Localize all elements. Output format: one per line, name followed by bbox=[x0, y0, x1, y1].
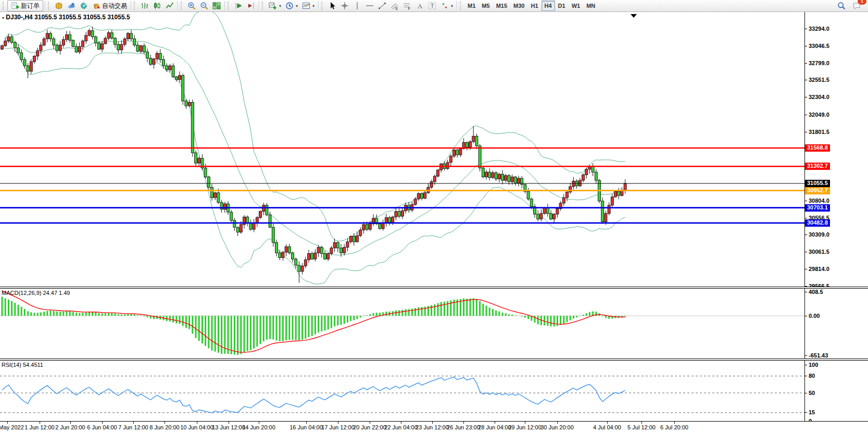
search-button[interactable] bbox=[835, 0, 848, 11]
svg-text:A: A bbox=[418, 2, 423, 10]
candle-body bbox=[340, 248, 343, 253]
indicator-tick-label: -651.43 bbox=[809, 352, 828, 359]
candle-body bbox=[330, 248, 333, 254]
hline-icon bbox=[366, 2, 374, 10]
community-button[interactable] bbox=[65, 0, 78, 11]
candle-body bbox=[249, 223, 252, 229]
horizontal-line-button[interactable] bbox=[363, 0, 376, 11]
bar-chart-button[interactable] bbox=[139, 0, 151, 11]
trendline-button[interactable] bbox=[376, 0, 388, 11]
fiboF-icon: F bbox=[403, 2, 411, 10]
time-tick-mark bbox=[495, 422, 495, 424]
candle-body bbox=[359, 230, 362, 236]
timeframe-M30-button[interactable]: M30 bbox=[510, 1, 527, 11]
main-price-pane[interactable] bbox=[0, 12, 804, 287]
toolbar-grip[interactable] bbox=[228, 2, 230, 10]
dropdown-caret-icon[interactable]: ▾ bbox=[451, 4, 453, 8]
new-order-button[interactable]: 新订单 bbox=[7, 0, 43, 11]
timeframe-M1-button[interactable]: M1 bbox=[464, 1, 479, 11]
notifications-button[interactable]: 1 bbox=[851, 0, 863, 11]
text-button[interactable]: A bbox=[413, 0, 426, 11]
candlestick-chart-button[interactable] bbox=[151, 0, 163, 11]
zoom-in-button[interactable] bbox=[185, 0, 198, 11]
market-button[interactable] bbox=[53, 0, 65, 11]
candle-body bbox=[23, 59, 26, 66]
toolbar-grip[interactable] bbox=[3, 2, 5, 10]
arrows-button[interactable]: ▾ bbox=[438, 0, 455, 11]
candle-body bbox=[578, 180, 581, 186]
candle-body bbox=[69, 35, 71, 41]
gold-book-icon bbox=[55, 2, 63, 10]
candle-body bbox=[295, 259, 297, 265]
candle-body bbox=[492, 173, 494, 178]
toolbar-grip[interactable] bbox=[48, 2, 51, 10]
timeframe-H1-button[interactable]: H1 bbox=[527, 1, 541, 11]
templates-button[interactable]: ▾ bbox=[300, 0, 317, 11]
timeframe-M15-button[interactable]: M15 bbox=[493, 1, 510, 11]
dropdown-caret-icon[interactable]: ▾ bbox=[296, 4, 298, 8]
candle-body bbox=[49, 33, 52, 39]
candle-body bbox=[279, 253, 281, 257]
dropdown-caret-icon[interactable]: ▾ bbox=[279, 4, 281, 8]
candle-body bbox=[101, 44, 104, 50]
zoom-out-button[interactable] bbox=[198, 0, 210, 11]
candle-body bbox=[311, 254, 313, 260]
time-tick-mark bbox=[338, 422, 338, 424]
candle-body bbox=[472, 136, 475, 142]
toolbar-grip[interactable] bbox=[134, 2, 136, 10]
time-tick-mark bbox=[133, 422, 134, 424]
candle-body bbox=[62, 40, 65, 45]
price-tick-label: 29814.0 bbox=[809, 266, 829, 272]
candle-body bbox=[259, 212, 262, 218]
candle-body bbox=[198, 158, 200, 163]
tile-windows-button[interactable] bbox=[210, 0, 223, 11]
macd-pane[interactable] bbox=[0, 289, 804, 359]
crosshair-button[interactable] bbox=[338, 0, 351, 11]
profiles-button[interactable]: ▾ bbox=[283, 0, 300, 11]
price-tick-mark bbox=[805, 132, 807, 132]
fibonacci-button[interactable]: F bbox=[401, 0, 413, 11]
candle-body bbox=[214, 193, 217, 198]
timeframe-H4-button[interactable]: H4 bbox=[542, 1, 555, 11]
time-axis[interactable]: 31 May 20221 Jun 12:002 Jun 20:006 Jun 0… bbox=[0, 421, 868, 432]
equidistant-channel-button[interactable]: E bbox=[388, 0, 401, 11]
vertical-line-button[interactable] bbox=[351, 0, 363, 11]
chart-shift-button[interactable] bbox=[245, 0, 257, 11]
toolbar-grip[interactable] bbox=[321, 2, 324, 10]
candle-body bbox=[133, 39, 136, 45]
candle-body bbox=[143, 46, 145, 52]
chart-window[interactable]: ▾ DJ30-,H4 31055.5 31055.5 31055.5 31055… bbox=[0, 12, 868, 432]
indicator-tick-label: 80 bbox=[809, 373, 815, 379]
candle-body bbox=[117, 44, 120, 50]
autotrading-button[interactable]: 自动交易 bbox=[90, 0, 129, 11]
candle-body bbox=[349, 236, 352, 242]
candle-body bbox=[401, 211, 404, 216]
dropdown-caret-icon[interactable]: ▾ bbox=[312, 4, 315, 8]
candle-body bbox=[72, 40, 74, 46]
chart-shift-marker-icon[interactable] bbox=[631, 14, 637, 18]
timeframe-MN-button[interactable]: MN bbox=[583, 1, 598, 11]
candle-body bbox=[459, 149, 462, 155]
timeframe-M5-button[interactable]: M5 bbox=[479, 1, 493, 11]
toolbar-grip[interactable] bbox=[262, 2, 265, 10]
candle-body bbox=[123, 39, 126, 45]
rsi-pane[interactable] bbox=[0, 361, 804, 421]
pane-separator[interactable] bbox=[0, 287, 868, 289]
pane-separator[interactable] bbox=[0, 359, 868, 361]
toolbar-grip[interactable] bbox=[181, 2, 183, 10]
channelE-icon: E bbox=[391, 2, 399, 10]
toolbar-separator bbox=[131, 1, 131, 10]
macd-histogram bbox=[2, 297, 625, 355]
toolbar-grip[interactable] bbox=[460, 2, 462, 10]
timeframe-W1-button[interactable]: W1 bbox=[569, 1, 584, 11]
signals-button[interactable] bbox=[78, 0, 90, 11]
candle-body bbox=[324, 254, 326, 260]
cursor-button[interactable] bbox=[326, 0, 338, 11]
line-chart-button[interactable] bbox=[163, 0, 176, 11]
new-chart-button[interactable]: ▾ bbox=[267, 0, 283, 11]
auto-scroll-button[interactable] bbox=[232, 0, 245, 11]
timeframe-D1-button[interactable]: D1 bbox=[555, 1, 569, 11]
candle-body bbox=[482, 168, 484, 177]
text-label-button[interactable]: T bbox=[426, 0, 438, 11]
candle-body bbox=[582, 175, 585, 181]
